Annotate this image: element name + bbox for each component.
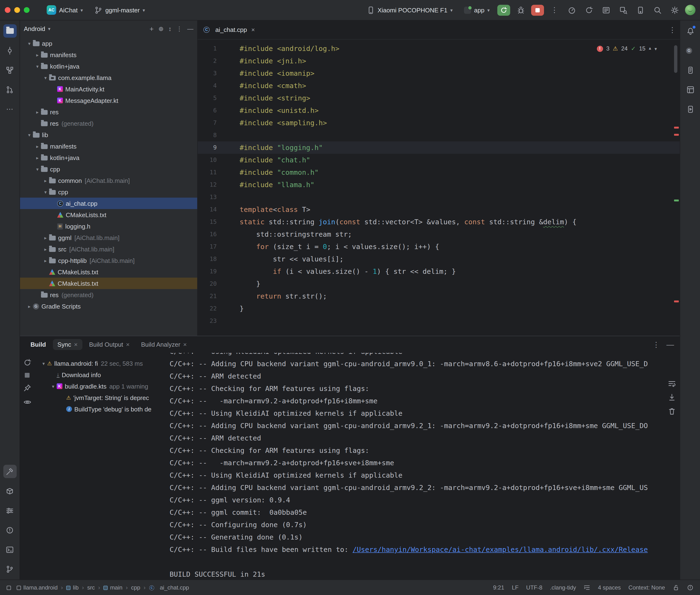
notifications-button[interactable] <box>683 24 697 38</box>
tree-item-res[interactable]: ▸res <box>20 106 197 118</box>
tree-item-CMakeLists.txt[interactable]: CMakeLists.txt <box>20 278 197 289</box>
tab-sync[interactable]: Sync× <box>53 339 82 350</box>
chevron-down-icon[interactable]: ▾ <box>42 75 49 80</box>
problems-tool-button[interactable] <box>3 523 17 537</box>
hide-panel-icon[interactable]: — <box>187 25 193 32</box>
minimize-window-button[interactable] <box>14 7 20 13</box>
tree-item-MessageAdapter.kt[interactable]: KMessageAdapter.kt <box>20 95 197 106</box>
zoom-window-button[interactable] <box>24 7 30 13</box>
tree-item-CMakeLists.txt[interactable]: CMakeLists.txt <box>20 266 197 278</box>
inspections-widget[interactable]: ! 3 ⚠ 24 ✓ 15 ▾ ▾ <box>594 44 660 53</box>
build-options-kebab[interactable]: ⋮ <box>653 340 660 349</box>
code-line-3[interactable]: 3#include <iomanip> <box>198 67 680 80</box>
run-configuration-selector[interactable]: app ▾ <box>460 4 494 16</box>
tree-item-ggml[interactable]: ▸ggml[AiChat.lib.main] <box>20 232 197 243</box>
device-manager-button[interactable] <box>634 3 647 17</box>
tree-item-res[interactable]: res(generated) <box>20 289 197 301</box>
build-tree-item[interactable]: ⚠'jvmTarget: String' is deprec <box>34 392 170 403</box>
pull-requests-tool-button[interactable] <box>3 83 17 96</box>
next-problem-icon[interactable]: ▾ <box>654 46 657 51</box>
code-line-22[interactable]: 22} <box>198 302 680 315</box>
run-options-kebab[interactable]: ⋮ <box>548 3 561 17</box>
chevron-right-icon[interactable]: ▸ <box>42 235 49 240</box>
gradle-tool-button[interactable]: G <box>683 44 697 57</box>
build-tree-item[interactable]: ▾⚠llama.android: fi22 sec, 583 ms <box>34 358 170 369</box>
file-encoding[interactable]: UTF-8 <box>526 584 542 591</box>
change-stripe-mark[interactable] <box>674 200 679 201</box>
build-panel-title[interactable]: Build <box>26 339 51 350</box>
code-line-23[interactable]: 23 <box>198 315 680 327</box>
project-view-mode[interactable]: Android <box>24 25 45 32</box>
code-line-18[interactable]: 18 str << values[i]; <box>198 253 680 265</box>
code-line-6[interactable]: 6#include <unistd.h> <box>198 104 680 117</box>
code-line-2[interactable]: 2#include <jni.h> <box>198 55 680 67</box>
console-file-link[interactable]: /Users/hanyin/Workspace/ai-chat/examples… <box>353 546 648 553</box>
hide-build-panel-icon[interactable]: — <box>666 340 674 349</box>
chevron-down-icon[interactable]: ▾ <box>40 361 47 366</box>
settings-button[interactable] <box>668 3 681 17</box>
tab-ai_chat-cpp[interactable]: C ai_chat.cpp × <box>198 21 260 39</box>
soft-wrap-icon[interactable] <box>668 379 676 388</box>
tree-item-common[interactable]: ▸common[AiChat.lib.main] <box>20 175 197 186</box>
debug-button[interactable] <box>514 3 527 17</box>
re-sync-icon[interactable] <box>23 359 31 367</box>
code-line-4[interactable]: 4#include <cmath> <box>198 80 680 92</box>
code-line-20[interactable]: 20 } <box>198 278 680 290</box>
caret-position[interactable]: 9:21 <box>493 584 504 591</box>
sync-project-button[interactable] <box>582 3 595 17</box>
code-line-5[interactable]: 5#include <string> <box>198 92 680 104</box>
chevron-down-icon[interactable]: ▾ <box>34 63 41 69</box>
chevron-right-icon[interactable]: ▸ <box>26 304 33 309</box>
tool-windows-icon[interactable] <box>7 586 11 590</box>
stop-button[interactable] <box>531 4 544 16</box>
chevron-down-icon[interactable]: ▾ <box>26 132 33 137</box>
eye-icon[interactable] <box>23 398 31 406</box>
version-control-tool-button[interactable] <box>3 562 17 576</box>
tree-item-kotlin+java[interactable]: ▾kotlin+java <box>20 60 197 72</box>
indent-setting[interactable]: 4 spaces <box>598 584 621 591</box>
layout-inspector-button[interactable] <box>683 83 697 96</box>
run-button[interactable] <box>497 4 510 16</box>
breadcrumb-item-lib[interactable]: lib <box>66 584 79 591</box>
tree-item-res[interactable]: res(generated) <box>20 118 197 129</box>
line-ending[interactable]: LF <box>512 584 519 591</box>
more-tools-button[interactable]: ⋯ <box>3 103 17 116</box>
chevron-right-icon[interactable]: ▸ <box>34 52 41 57</box>
tree-item-CMakeLists.txt[interactable]: CMakeLists.txt <box>20 209 197 221</box>
chevron-right-icon[interactable]: ▸ <box>34 155 41 160</box>
breadcrumb-item-src[interactable]: src <box>87 584 95 591</box>
close-icon[interactable]: × <box>251 26 255 33</box>
error-stripe-mark[interactable] <box>674 127 679 129</box>
tree-item-ai_chat.cpp[interactable]: Cai_chat.cpp <box>20 198 197 209</box>
tab-build-analyzer[interactable]: Build Analyzer× <box>136 339 192 350</box>
scroll-to-end-icon[interactable] <box>668 393 676 401</box>
breadcrumb-item-cpp[interactable]: cpp <box>131 584 140 591</box>
code-line-7[interactable]: 7#include <sampling.h> <box>198 117 680 129</box>
notifications-status-icon[interactable] <box>687 584 694 591</box>
terminal-tool-button[interactable] <box>3 543 17 556</box>
expand-collapse-icon[interactable]: ↕ <box>168 25 171 32</box>
chevron-down-icon[interactable]: ▾ <box>50 384 57 389</box>
tree-item-src[interactable]: ▸src[AiChat.lib.main] <box>20 243 197 255</box>
editor-options-kebab[interactable]: ⋮ <box>669 26 676 34</box>
code-area[interactable]: 1#include <android/log.h>2#include <jni.… <box>198 39 680 336</box>
tab-build-output[interactable]: Build Output× <box>84 339 134 350</box>
build-console[interactable]: C/C++: -- Using KleidiAI optimized kerne… <box>170 353 680 579</box>
tree-item-com.example.llama[interactable]: ▾com.example.llama <box>20 72 197 83</box>
error-stripe-mark[interactable] <box>674 301 679 302</box>
close-icon[interactable]: × <box>126 341 130 348</box>
breadcrumb-item-llama.android[interactable]: llama.android <box>17 584 58 591</box>
error-stripe-mark[interactable] <box>674 134 679 136</box>
profiler-button[interactable] <box>565 3 578 17</box>
code-line-8[interactable]: 8 <box>198 129 680 141</box>
code-line-12[interactable]: 12#include "llama.h" <box>198 178 680 191</box>
branch-selector[interactable]: ggml-master ▾ <box>90 4 149 16</box>
code-line-10[interactable]: 10#include "chat.h" <box>198 154 680 166</box>
project-selector[interactable]: AC AiChat ▾ <box>43 3 87 17</box>
chevron-right-icon[interactable]: ▸ <box>42 258 49 263</box>
chevron-right-icon[interactable]: ▸ <box>34 144 41 149</box>
packages-tool-button[interactable] <box>3 484 17 498</box>
chevron-down-icon[interactable]: ▾ <box>26 41 33 46</box>
commit-tool-button[interactable] <box>3 44 17 57</box>
tree-item-lib[interactable]: ▾lib <box>20 129 197 140</box>
